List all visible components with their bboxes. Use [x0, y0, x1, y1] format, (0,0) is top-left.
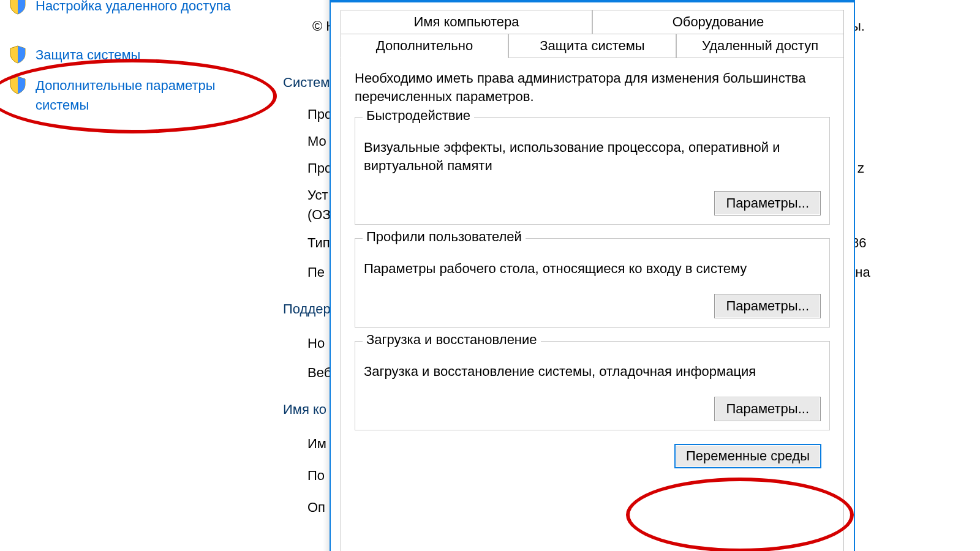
- button-label: Параметры...: [726, 401, 809, 416]
- tab-system-protection[interactable]: Защита системы: [508, 34, 676, 58]
- group-user-profiles: Профили пользователей Параметры рабочего…: [355, 238, 830, 328]
- user-profiles-settings-button[interactable]: Параметры...: [714, 294, 821, 318]
- bg-text-fragment: Про: [307, 160, 332, 176]
- tab-label: Удаленный доступ: [702, 38, 818, 53]
- group-legend: Загрузка и восстановление: [363, 332, 541, 348]
- button-label: Параметры...: [726, 298, 809, 313]
- tab-panel-advanced: Необходимо иметь права администратора дл…: [341, 58, 844, 551]
- system-properties-dialog: Имя компьютера Оборудование Дополнительн…: [330, 0, 855, 551]
- tab-label: Дополнительно: [376, 38, 473, 53]
- environment-variables-button[interactable]: Переменные среды: [674, 444, 821, 468]
- sidebar-link-label: Настройка удаленного доступа: [36, 0, 231, 16]
- bg-section-header: Систем: [283, 75, 330, 91]
- dialog-titlebar[interactable]: [331, 0, 854, 2]
- bg-text-fragment: Оп: [307, 500, 325, 515]
- bg-text-fragment: Веб: [307, 365, 331, 381]
- bg-text-fragment: Пе: [307, 264, 325, 280]
- bg-section-header: Имя ко: [283, 402, 326, 418]
- tab-computer-name[interactable]: Имя компьютера: [341, 10, 592, 34]
- group-description: Загрузка и восстановление системы, отлад…: [364, 362, 821, 381]
- sidebar-link-advanced-system-settings[interactable]: Дополнительные параметры системы: [36, 76, 256, 115]
- bg-text-fragment: Уст: [307, 187, 328, 203]
- sidebar-link-label: Дополнительные параметры системы: [36, 76, 256, 115]
- sidebar-link-label: Защита системы: [36, 45, 140, 65]
- tab-label: Оборудование: [673, 14, 764, 29]
- shield-icon: [10, 45, 26, 67]
- bg-text-fragment: Но: [307, 335, 325, 351]
- button-label: Переменные среды: [686, 448, 810, 463]
- bg-text-fragment: (ОЗ: [307, 207, 331, 223]
- button-label: Параметры...: [726, 195, 809, 211]
- tab-remote[interactable]: Удаленный доступ: [676, 34, 844, 58]
- group-startup-recovery: Загрузка и восстановление Загрузка и вос…: [355, 341, 830, 430]
- admin-rights-note: Необходимо иметь права администратора дл…: [355, 69, 830, 106]
- sidebar-link-system-protection[interactable]: Защита системы: [36, 45, 140, 65]
- startup-recovery-settings-button[interactable]: Параметры...: [714, 397, 821, 421]
- group-description: Параметры рабочего стола, относящиеся ко…: [364, 260, 821, 278]
- bg-text-fragment: Им: [307, 436, 326, 452]
- performance-settings-button[interactable]: Параметры...: [714, 191, 821, 216]
- bg-text-fragment: Мо: [307, 133, 326, 149]
- group-performance: Быстродействие Визуальные эффекты, испол…: [355, 117, 830, 225]
- shield-icon: [10, 76, 26, 98]
- tab-label: Имя компьютера: [413, 14, 519, 29]
- bg-text-fragment: По: [307, 468, 325, 484]
- tab-label: Защита системы: [540, 38, 644, 53]
- bg-section-header: Поддер: [283, 301, 331, 317]
- bg-text-fragment: z: [858, 160, 864, 176]
- sidebar-link-remote-settings[interactable]: Настройка удаленного доступа: [36, 0, 231, 16]
- group-description: Визуальные эффекты, использование процес…: [364, 138, 821, 175]
- bg-text-fragment: Тип: [307, 235, 330, 251]
- group-legend: Профили пользователей: [363, 229, 526, 245]
- tab-advanced[interactable]: Дополнительно: [341, 34, 508, 58]
- tab-hardware[interactable]: Оборудование: [592, 10, 844, 34]
- shield-icon: [10, 0, 26, 18]
- group-legend: Быстродействие: [363, 108, 474, 124]
- bg-text-fragment: Про: [307, 107, 332, 122]
